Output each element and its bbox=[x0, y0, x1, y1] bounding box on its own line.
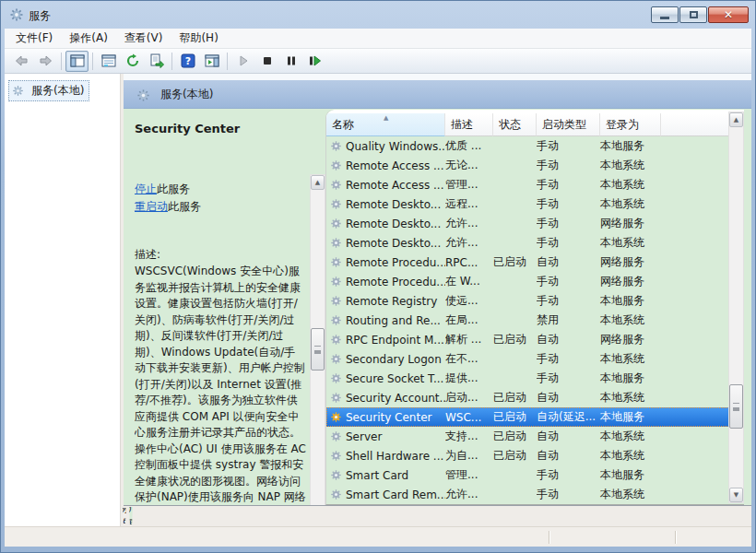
table-row[interactable]: Secondary Logon在不...手动本地系统 bbox=[326, 349, 729, 369]
table-row[interactable]: Shell Hardware ...为自...已启动自动本地系统 bbox=[326, 446, 729, 465]
menu-action[interactable]: 操作(A) bbox=[61, 28, 116, 49]
panel-header-band: 服务(本地) bbox=[124, 80, 751, 109]
cell-desc: 允许... bbox=[445, 487, 493, 502]
column-header-status[interactable]: 状态 bbox=[493, 113, 537, 136]
service-gear-icon bbox=[330, 237, 342, 249]
column-header-name[interactable]: 名称▲ bbox=[326, 113, 445, 136]
scrollbar-thumb[interactable] bbox=[311, 328, 325, 371]
cell-startup: 手动 bbox=[537, 235, 600, 251]
help-button[interactable]: ? bbox=[176, 51, 199, 72]
cell-startup: 自动 bbox=[537, 332, 600, 347]
start-service-button[interactable] bbox=[231, 51, 254, 72]
refresh-button[interactable] bbox=[121, 51, 144, 72]
table-row[interactable]: Remote Deskto...允许...手动网络服务 bbox=[326, 214, 729, 233]
cell-startup: 手动 bbox=[537, 196, 600, 212]
service-gear-icon bbox=[330, 295, 342, 307]
cell-status: 已启动 bbox=[493, 332, 537, 347]
table-row[interactable]: Quality Windows...优质 ...手动本地服务 bbox=[326, 136, 729, 156]
cell-status: 已启动 bbox=[493, 448, 537, 464]
cell-desc: 优质 ... bbox=[445, 138, 493, 154]
restart-link-suffix: 此服务 bbox=[168, 200, 201, 213]
cell-desc: 为自... bbox=[445, 448, 493, 464]
forward-button[interactable] bbox=[34, 51, 57, 72]
cell-logon: 本地系统 bbox=[600, 487, 661, 502]
table-row[interactable]: Smart Card管理...手动本地服务 bbox=[326, 465, 729, 485]
export-list-button[interactable] bbox=[145, 51, 168, 72]
cell-startup: 手动 bbox=[537, 293, 600, 309]
column-header-logon-as[interactable]: 登录为 bbox=[600, 113, 661, 136]
table-row[interactable]: Security CenterWSC...已启动自动(延迟...本地服务 bbox=[326, 407, 729, 427]
show-console-tree-button[interactable] bbox=[65, 51, 89, 72]
extended-description-pane: Security Center 停止此服务 重启动此服务 描述: WSCSVC(… bbox=[124, 109, 325, 526]
restore-button[interactable] bbox=[679, 6, 707, 23]
scroll-down-icon[interactable]: ▼ bbox=[729, 488, 743, 502]
cell-name: Remote Access ... bbox=[346, 159, 445, 172]
cell-desc: 管理... bbox=[445, 467, 493, 483]
table-row[interactable]: Remote Access ...管理...手动本地系统 bbox=[326, 175, 729, 194]
column-header-startup-type[interactable]: 启动类型 bbox=[537, 113, 600, 136]
table-row[interactable]: Secure Socket T...提供...手动本地服务 bbox=[326, 369, 729, 388]
service-gear-icon bbox=[330, 218, 342, 229]
minimize-button[interactable] bbox=[651, 6, 679, 23]
table-row[interactable]: Remote Deskto...允许...手动本地系统 bbox=[326, 233, 729, 253]
stop-service-button[interactable] bbox=[255, 51, 278, 72]
close-icon: ✕ bbox=[724, 8, 733, 21]
thumb-grip bbox=[314, 346, 321, 350]
description-label: 描述: bbox=[135, 247, 160, 263]
table-row[interactable]: Remote Deskto...远程...手动本地系统 bbox=[326, 194, 729, 214]
properties-button[interactable] bbox=[97, 51, 120, 72]
restart-service-button[interactable] bbox=[303, 51, 326, 72]
cell-startup: 手动 bbox=[537, 371, 600, 386]
cell-logon: 本地系统 bbox=[600, 448, 661, 464]
service-gear-icon bbox=[330, 140, 342, 152]
service-gear-icon bbox=[330, 334, 342, 346]
cell-desc: RPC... bbox=[445, 256, 493, 269]
cell-startup: 自动 bbox=[537, 390, 600, 406]
scrollbar-thumb[interactable] bbox=[729, 384, 743, 429]
list-scrollbar[interactable]: ▲ ▼ bbox=[728, 112, 744, 503]
show-action-pane-button[interactable] bbox=[200, 51, 223, 72]
table-row[interactable]: Security Account...启动...已启动自动本地系统 bbox=[326, 388, 729, 407]
menu-file[interactable]: 文件(F) bbox=[7, 28, 61, 49]
table-row[interactable]: RPC Endpoint M...解析 ...已启动自动网络服务 bbox=[326, 330, 729, 349]
cell-status: 已启动 bbox=[493, 390, 537, 406]
stop-service-link[interactable]: 停止 bbox=[135, 182, 157, 195]
service-gear-icon bbox=[330, 392, 342, 404]
menu-view[interactable]: 查看(V) bbox=[116, 28, 171, 49]
table-row[interactable]: Remote Registry使远...手动本地服务 bbox=[326, 291, 729, 311]
tree-item-services-local[interactable]: 服务(本地) bbox=[8, 80, 89, 101]
table-row[interactable]: Smart Card Rem...允许...手动本地系统 bbox=[326, 485, 729, 504]
toolbar-separator bbox=[61, 53, 62, 70]
pause-service-button[interactable] bbox=[279, 51, 302, 72]
scroll-up-icon[interactable]: ▲ bbox=[311, 175, 325, 190]
back-button[interactable] bbox=[10, 51, 33, 72]
cell-desc: 远程... bbox=[445, 196, 493, 212]
sort-ascending-icon: ▲ bbox=[384, 114, 388, 122]
service-gear-icon bbox=[330, 430, 342, 442]
cell-desc: 在 W... bbox=[445, 274, 493, 289]
cell-desc: 提供... bbox=[445, 371, 493, 386]
cell-desc: 在不... bbox=[445, 351, 493, 367]
svg-text:?: ? bbox=[184, 55, 190, 67]
cell-name: Server bbox=[346, 430, 445, 443]
close-button[interactable]: ✕ bbox=[708, 6, 749, 23]
cell-startup: 手动 bbox=[537, 177, 600, 193]
table-row[interactable]: Remote Access ...无论...手动本地系统 bbox=[326, 156, 729, 175]
table-row[interactable]: Routing and Re...在局...禁用本地系统 bbox=[326, 311, 729, 330]
column-header-description[interactable]: 描述 bbox=[445, 113, 493, 136]
table-row[interactable]: Remote Procedu...RPC...已启动自动网络服务 bbox=[326, 253, 729, 272]
services-gear-icon bbox=[12, 85, 24, 97]
cell-logon: 本地系统 bbox=[600, 177, 661, 193]
panel-header-label: 服务(本地) bbox=[160, 87, 213, 102]
service-gear-icon bbox=[330, 411, 342, 423]
restart-service-link[interactable]: 重启动 bbox=[135, 200, 168, 213]
cell-logon: 本地服务 bbox=[600, 467, 661, 483]
menu-help[interactable]: 帮助(H) bbox=[171, 28, 226, 49]
table-row[interactable]: Server支持...已启动自动本地系统 bbox=[326, 427, 729, 446]
scroll-up-icon[interactable]: ▲ bbox=[729, 112, 743, 127]
view-tab-strip: 扩展 标准 bbox=[124, 505, 751, 526]
title-bar[interactable]: 服务 ✕ bbox=[1, 1, 755, 29]
description-scrollbar[interactable]: ▲ ▼ bbox=[310, 174, 325, 540]
cell-logon: 本地服务 bbox=[600, 293, 661, 309]
table-row[interactable]: Remote Procedu...在 W...手动网络服务 bbox=[326, 272, 729, 291]
